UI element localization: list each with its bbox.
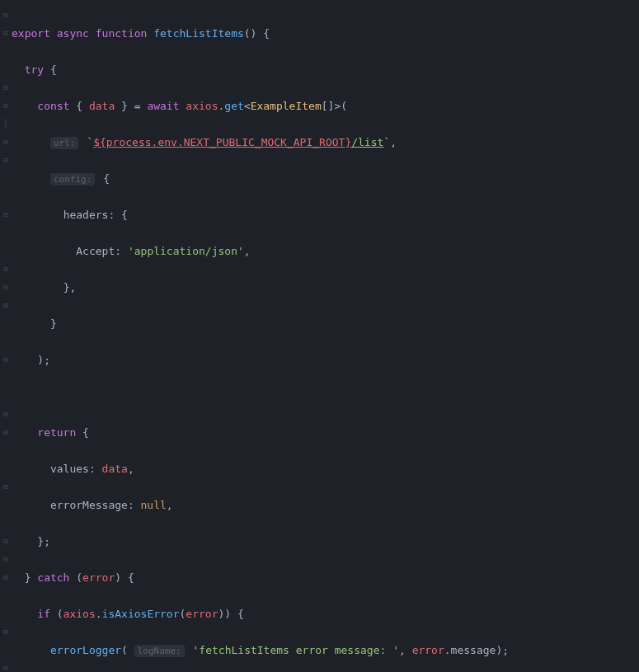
fold-marker[interactable]: ⊟ [2,538,9,544]
fold-gutter: ⊟⊟⊟⊟│⊟⊟⊟⊟⊟⊟⊟⊟⊟⊟⊟⊟⊟⊟⊟ [0,0,12,672]
keyword-function: function [96,27,148,40]
fold-marker[interactable]: ⊟ [2,429,9,435]
fold-marker[interactable]: ⊟ [2,284,9,290]
fold-marker[interactable]: ⊟ [2,157,9,163]
fold-marker[interactable]: ⊟ [2,139,9,145]
fold-marker[interactable]: ⊟ [2,665,9,671]
inlay-hint-config: config: [50,173,95,186]
fold-marker[interactable]: ⊟ [2,30,9,36]
keyword-export: export [12,27,50,40]
fold-marker[interactable]: ⊟ [2,266,9,272]
fold-marker[interactable]: ⊟ [2,556,9,562]
code-editor[interactable]: export async function fetchListItems() {… [12,7,631,672]
keyword-async: async [57,27,89,40]
keyword-try: try [25,63,44,76]
fold-marker[interactable]: │ [2,120,9,127]
fold-marker[interactable]: ⊟ [2,302,9,308]
fold-marker[interactable]: ⊟ [2,411,9,417]
inlay-hint-url: url: [50,137,79,149]
fold-marker[interactable]: ⊟ [2,574,9,580]
fold-marker[interactable]: ⊟ [2,356,9,363]
fold-marker[interactable]: ⊟ [2,102,9,109]
inlay-hint-logname: logName: [134,645,185,657]
fold-marker[interactable]: ⊟ [2,211,9,218]
fold-marker[interactable]: ⊟ [2,628,9,635]
fold-marker[interactable]: ⊟ [2,12,9,18]
fold-marker[interactable]: ⊟ [2,483,9,490]
fold-marker[interactable]: ⊟ [2,84,9,91]
function-name: fetchListItems [153,27,244,40]
